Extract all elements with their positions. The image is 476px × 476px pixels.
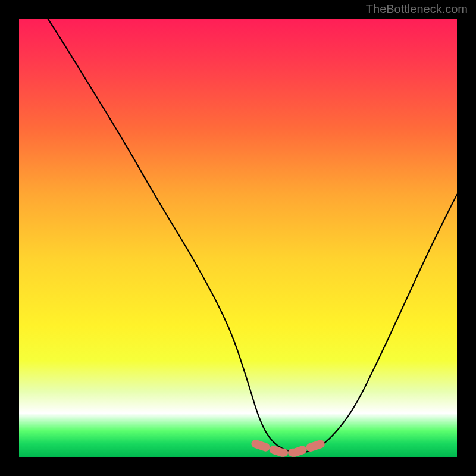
curve-path	[19, 19, 457, 453]
bottleneck-curve	[19, 19, 457, 457]
chart-plot-area	[19, 19, 457, 457]
watermark-label: TheBottleneck.com	[366, 2, 468, 16]
highlight-path	[255, 444, 321, 453]
